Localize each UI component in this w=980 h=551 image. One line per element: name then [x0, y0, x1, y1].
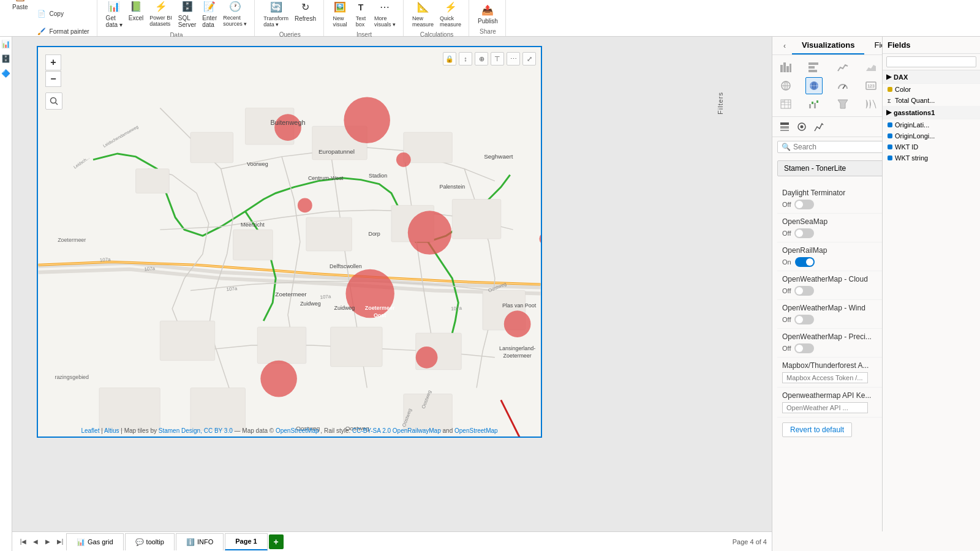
fields-wktid-item[interactable]: WKT ID	[883, 141, 980, 152]
tab-gas-grid-icon: 📊	[77, 538, 85, 546]
tab-page1[interactable]: Page 1	[225, 533, 267, 550]
paste-label: Paste	[12, 4, 28, 10]
sidebar-report-icon[interactable]: 📊	[1, 39, 11, 49]
layer-opensea-switch[interactable]	[794, 228, 814, 238]
tab-gas-grid[interactable]: 📊 Gas grid	[66, 533, 124, 550]
tab-next-end-button[interactable]: ▶|	[54, 536, 66, 548]
viz-funnel-icon[interactable]	[834, 96, 851, 113]
tab-next-button[interactable]: ▶	[42, 536, 54, 548]
sidebar-data-icon[interactable]: 🗄️	[1, 54, 11, 64]
format-icon[interactable]	[794, 119, 809, 134]
tab-info[interactable]: ℹ️ INFO	[176, 533, 224, 550]
viz-map-icon[interactable]	[777, 77, 794, 94]
viz-line-icon[interactable]	[834, 59, 851, 76]
svg-point-26	[416, 347, 438, 369]
new-visual-button[interactable]: 🖼️ Newvisual	[330, 0, 350, 29]
viz-gauge-icon[interactable]	[834, 77, 851, 94]
layer-weather-wind-switch[interactable]	[794, 315, 814, 324]
tab-prev-start-button[interactable]: |◀	[17, 536, 29, 548]
publish-button[interactable]: 📤 Publish	[475, 1, 500, 26]
visualizations-tab[interactable]: Visualizations	[792, 37, 864, 54]
viz-area-icon[interactable]	[862, 59, 880, 76]
mapbox-token-input[interactable]	[782, 372, 868, 383]
layer-weather-cloud-switch[interactable]	[794, 286, 814, 296]
quick-measure-label: Quickmeasure	[440, 15, 461, 28]
text-box-button[interactable]: T Textbox	[351, 0, 371, 29]
new-measure-icon: 📐	[416, 0, 431, 15]
viz-stacked-bar-icon[interactable]	[777, 59, 794, 76]
powerbi-button[interactable]: ⚡ Power BIdatasets	[147, 0, 175, 29]
sql-button[interactable]: 🗄️ SQLServer	[176, 0, 198, 29]
viz-waterfall-icon[interactable]	[805, 96, 823, 113]
fields-originlati-item[interactable]: OriginLati...	[883, 119, 980, 130]
analytics-icon[interactable]	[812, 119, 826, 134]
map-container[interactable]: Buitenwegh Europatunnel Seghwaert Voorwe…	[37, 46, 542, 438]
recent-sources-button[interactable]: 🕐 Recentsources ▾	[221, 0, 249, 29]
text-box-icon: T	[353, 0, 368, 15]
fields-dax-section-header[interactable]: ▶ DAX	[883, 70, 980, 84]
fields-well-icon[interactable]	[777, 119, 792, 134]
fields-color-item[interactable]: Color	[883, 84, 980, 95]
layer-weather-preci-switch[interactable]	[794, 343, 814, 353]
layer-daylight-switch[interactable]	[794, 200, 814, 209]
add-tab-button[interactable]: +	[269, 534, 284, 549]
fields-search-wrap[interactable]	[883, 54, 980, 70]
recent-sources-icon: 🕐	[228, 0, 243, 14]
map-filter-button[interactable]: ⊤	[491, 52, 504, 66]
svg-text:Zoetermeer: Zoetermeer	[58, 237, 86, 243]
gasstations-label: gasstations1	[894, 109, 935, 116]
insert-group: 🖼️ Newvisual T Textbox ⋯ Morevisuals ▾ I…	[325, 0, 404, 36]
enter-data-button[interactable]: 📝 Enterdata	[200, 0, 219, 29]
fields-search-input[interactable]	[886, 56, 976, 67]
paste-icon: 📋	[13, 0, 28, 3]
map-crosshair-button[interactable]: ⊕	[475, 52, 488, 66]
map-more-button[interactable]: ⋯	[507, 52, 520, 66]
owm-api-input[interactable]	[782, 402, 868, 413]
layer-openrail-on-label: On	[782, 258, 791, 266]
copy-button[interactable]: 📄 Copy	[32, 5, 92, 22]
map-svg: Buitenwegh Europatunnel Seghwaert Voorwe…	[38, 47, 541, 437]
refresh-button[interactable]: ↻ Refresh	[292, 0, 318, 29]
map-expand-button[interactable]: ⤢	[522, 52, 536, 66]
viz-filled-map-icon[interactable]	[805, 77, 823, 94]
ribbon: 📋 Paste ✂️ Cut 📄 Copy 🖌️ Format painter …	[0, 0, 980, 37]
map-lock-button[interactable]: 🔒	[443, 52, 456, 66]
map-cursor-button[interactable]: ↕	[459, 52, 472, 66]
svg-point-22	[408, 211, 452, 255]
viz-card-icon[interactable]: 123	[862, 77, 880, 94]
svg-rect-16	[190, 388, 245, 431]
cut-button[interactable]: ✂️ Cut	[32, 0, 92, 4]
viz-matrix-icon[interactable]	[777, 96, 794, 113]
excel-button[interactable]: 📗 Excel	[126, 0, 146, 29]
transform-label: Transformdata ▾	[263, 15, 288, 28]
svg-text:Buitenwegh: Buitenwegh	[270, 119, 305, 126]
transform-button[interactable]: 🔄 Transformdata ▾	[261, 0, 291, 29]
new-measure-button[interactable]: 📐 Newmeasure	[410, 0, 436, 29]
fields-gasstations-header[interactable]: ▶ gasstations1	[883, 106, 980, 119]
zoom-out-button[interactable]: −	[45, 71, 61, 87]
quick-measure-button[interactable]: ⚡ Quickmeasure	[437, 0, 464, 29]
fields-wktstring-item[interactable]: WKT string	[883, 152, 980, 163]
wktid-dot	[888, 144, 892, 149]
svg-rect-102	[781, 100, 785, 102]
sidebar-model-icon[interactable]: 🔷	[1, 69, 11, 78]
panel-nav-left-button[interactable]: ‹	[777, 39, 792, 53]
tab-tooltip[interactable]: 💬 tooltip	[125, 533, 175, 550]
enter-data-icon: 📝	[202, 0, 217, 14]
get-data-button[interactable]: 📊 Getdata ▾	[104, 0, 125, 29]
svg-text:razingsgebied: razingsgebied	[55, 374, 89, 380]
map-search-button[interactable]	[45, 92, 62, 110]
cut-icon: ✂️	[34, 0, 49, 3]
paste-button[interactable]: 📋 Paste	[10, 0, 31, 40]
layer-openrail-switch[interactable]	[795, 257, 815, 267]
viz-ribbon-icon[interactable]	[862, 96, 880, 113]
svg-rect-5	[404, 132, 453, 163]
viz-clustered-bar-icon[interactable]	[805, 59, 823, 76]
clipboard-group: 📋 Paste ✂️ Cut 📄 Copy 🖌️ Format painter …	[5, 0, 97, 36]
fields-originlongi-item[interactable]: OriginLongi...	[883, 130, 980, 141]
tab-prev-button[interactable]: ◀	[29, 536, 42, 548]
fields-total-item[interactable]: Σ Total Quant...	[883, 95, 980, 106]
zoom-in-button[interactable]: +	[45, 54, 61, 70]
more-visuals-button[interactable]: ⋯ Morevisuals ▾	[372, 0, 398, 29]
revert-button[interactable]: Revert to default	[782, 422, 852, 437]
